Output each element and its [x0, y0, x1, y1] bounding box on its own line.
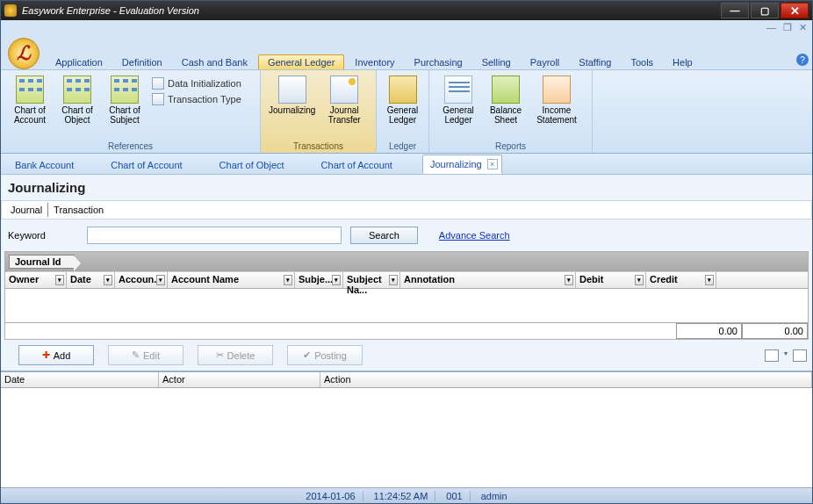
col-filter-icon[interactable]: ▾ [156, 275, 165, 285]
col-filter-icon[interactable]: ▾ [284, 275, 292, 285]
close-tab-icon[interactable]: × [487, 159, 498, 169]
close-button[interactable]: ✕ [781, 3, 809, 18]
ribbon-group-references: Chart of Account Chart of Object Chart o… [1, 70, 261, 153]
mdi-close-icon[interactable]: ✕ [799, 22, 807, 34]
document-tabs: Bank AccountChart of AccountChart of Obj… [1, 154, 812, 175]
col-filter-icon[interactable]: ▾ [705, 275, 714, 285]
menu-definition[interactable]: Definition [113, 55, 171, 69]
page-title: Journalizing [1, 175, 812, 200]
log-col-actor[interactable]: Actor [159, 372, 320, 387]
menu-application[interactable]: Application [47, 55, 112, 69]
menu-cash-and-bank[interactable]: Cash and Bank [173, 55, 256, 69]
grid-header: Owner▾Date▾Accoun...▾Account Name▾Subje.… [5, 271, 808, 289]
minimize-button[interactable]: — [721, 3, 749, 18]
ribbon-group-transactions: Journalizing Journal Transfer Transactio… [261, 70, 377, 153]
balance-sheet-button[interactable]: Balance Sheet [482, 74, 529, 125]
ribbon-group-ledger: General Ledger Ledger [377, 70, 429, 153]
grid-options-icon[interactable] [765, 349, 779, 362]
col-date[interactable]: Date▾ [67, 272, 115, 288]
menubar: ApplicationDefinitionCash and BankGenera… [47, 34, 796, 69]
col-annotation[interactable]: Annotation▾ [400, 272, 576, 288]
posting-button[interactable]: ✔Posting [287, 345, 363, 365]
tab-transaction[interactable]: Transaction [48, 203, 109, 217]
transaction-type-button[interactable]: Transaction Type [152, 93, 241, 105]
mdi-minimize-icon[interactable]: — [766, 22, 776, 34]
chart-of-subject-button[interactable]: Chart of Subject [101, 74, 148, 125]
help-icon[interactable]: ? [796, 54, 809, 66]
grid-tools: ▾ [765, 349, 807, 362]
grid-body [5, 289, 808, 322]
mdi-restore-icon[interactable]: ❐ [783, 22, 792, 34]
advance-search-link[interactable]: Advance Search [439, 230, 510, 241]
col-filter-icon[interactable]: ▾ [565, 275, 573, 285]
group-chip[interactable]: Journal Id [9, 255, 75, 269]
sub-tabs: Journal Transaction [1, 200, 812, 220]
grid-export-icon[interactable] [793, 349, 807, 362]
window-title: Easywork Enterprise - Evaluation Version [22, 5, 721, 16]
col-filter-icon[interactable]: ▾ [104, 275, 112, 285]
col-filter-icon[interactable]: ▾ [635, 275, 644, 285]
chart-of-object-button[interactable]: Chart of Object [54, 74, 101, 125]
doc-tab-bank-account[interactable]: Bank Account [8, 156, 88, 174]
income-statement-button[interactable]: Income Statement [529, 74, 584, 125]
menu-payroll[interactable]: Payroll [522, 55, 569, 69]
ribbon-group-reports: General Ledger Balance Sheet Income Stat… [429, 70, 593, 153]
titlebar: Easywork Enterprise - Evaluation Version… [1, 1, 812, 20]
general-ledger-button[interactable]: General Ledger [382, 74, 423, 125]
menu-inventory[interactable]: Inventory [346, 55, 403, 69]
grid-footer: 0.00 0.00 [5, 322, 808, 339]
data-initialization-button[interactable]: Data Initialization [152, 77, 241, 90]
group-bar: Journal Id [5, 252, 808, 271]
status-bar: 2014-01-06 11:24:52 AM 001 admin [1, 487, 812, 503]
menu-help[interactable]: Help [664, 55, 701, 69]
menu-purchasing[interactable]: Purchasing [406, 55, 471, 69]
edit-button[interactable]: ✎Edit [108, 345, 183, 365]
journalizing-button[interactable]: Journalizing [266, 74, 319, 115]
total-credit: 0.00 [742, 323, 808, 339]
doc-tab-journalizing[interactable]: Journalizing× [422, 155, 502, 174]
menu-staffing[interactable]: Staffing [570, 55, 620, 69]
col-credit[interactable]: Credit▾ [646, 272, 716, 288]
journal-transfer-button[interactable]: Journal Transfer [319, 74, 371, 125]
col-debit[interactable]: Debit▾ [576, 272, 646, 288]
log-header: Date Actor Action [1, 372, 812, 388]
ribbon: Chart of Account Chart of Object Chart o… [1, 69, 812, 154]
status-user: admin [474, 491, 514, 501]
log-col-action[interactable]: Action [320, 372, 812, 387]
log-col-date[interactable]: Date [1, 372, 159, 387]
doc-tab-chart-of-account[interactable]: Chart of Account [104, 156, 196, 174]
menu-general-ledger[interactable]: General Ledger [258, 54, 344, 69]
search-row: Keyword Search Advance Search [1, 220, 812, 251]
report-general-ledger-button[interactable]: General Ledger [435, 74, 482, 125]
keyword-input[interactable] [87, 227, 342, 244]
tab-journal[interactable]: Journal [5, 203, 48, 217]
action-row: ✚Add ✎Edit ✂Delete ✔Posting ▾ [1, 340, 812, 369]
col-filter-icon[interactable]: ▾ [389, 275, 398, 285]
mdi-controls: — ❐ ✕ [1, 20, 812, 34]
add-button[interactable]: ✚Add [18, 345, 94, 365]
app-icon [4, 4, 17, 17]
doc-tab-chart-of-account[interactable]: Chart of Account [314, 156, 406, 174]
col-subject-na-[interactable]: Subject Na...▾ [343, 272, 400, 288]
col-filter-icon[interactable]: ▾ [55, 275, 64, 285]
col-subje-[interactable]: Subje...▾ [295, 272, 343, 288]
maximize-button[interactable]: ▢ [751, 3, 779, 18]
chart-of-account-button[interactable]: Chart of Account [6, 74, 54, 125]
status-code: 001 [439, 491, 470, 501]
col-owner[interactable]: Owner▾ [5, 272, 67, 288]
logo-icon[interactable]: ℒ [8, 38, 40, 69]
total-debit: 0.00 [676, 323, 742, 339]
app-window: Easywork Enterprise - Evaluation Version… [0, 0, 813, 504]
col-accoun-[interactable]: Accoun...▾ [115, 272, 168, 288]
menu-selling[interactable]: Selling [473, 55, 520, 69]
doc-tab-chart-of-object[interactable]: Chart of Object [212, 156, 299, 174]
delete-button[interactable]: ✂Delete [198, 345, 273, 365]
col-account-name[interactable]: Account Name▾ [168, 272, 295, 288]
log-grid: Date Actor Action [1, 371, 812, 487]
menu-tools[interactable]: Tools [622, 55, 662, 69]
status-date: 2014-01-06 [299, 491, 363, 501]
content-area: Journalizing Journal Transaction Keyword… [1, 175, 812, 487]
col-filter-icon[interactable]: ▾ [332, 275, 341, 285]
journal-grid: Journal Id Owner▾Date▾Accoun...▾Account … [4, 251, 809, 340]
search-button[interactable]: Search [350, 227, 418, 244]
